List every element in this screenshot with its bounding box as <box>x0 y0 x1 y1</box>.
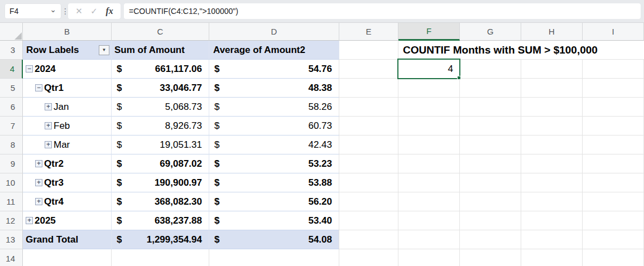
cell-H13[interactable] <box>521 230 583 249</box>
row-header-3[interactable]: 3 <box>0 41 23 60</box>
cell-C5-sum[interactable]: $33,046.77 <box>112 79 209 98</box>
cell-B11-label[interactable]: +Qtr4 <box>23 192 112 211</box>
insert-function-icon[interactable]: fx <box>105 6 113 16</box>
expand-toggle-Qtr3[interactable]: + <box>35 179 42 186</box>
cell-E12[interactable] <box>339 211 398 230</box>
cell-F4[interactable]: 4 <box>398 60 460 79</box>
cell-I13[interactable] <box>583 230 644 249</box>
cancel-icon[interactable]: ✕ <box>75 6 83 16</box>
enter-icon[interactable]: ✓ <box>90 6 98 16</box>
column-header-B[interactable]: B <box>23 23 112 41</box>
cell-E7[interactable] <box>339 117 398 136</box>
cell-G10[interactable] <box>460 173 521 192</box>
cell-B4-label[interactable]: −2024 <box>23 60 112 79</box>
select-all-corner[interactable] <box>0 23 23 41</box>
cell-E13[interactable] <box>339 230 398 249</box>
row-header-13[interactable]: 13 <box>0 230 23 249</box>
cell-C11-sum[interactable]: $368,082.30 <box>112 192 209 211</box>
cell-D13-average[interactable]: $54.08 <box>209 230 339 249</box>
cell-F5[interactable] <box>398 79 460 98</box>
cell-C9-sum[interactable]: $69,087.02 <box>112 154 209 173</box>
cell-F8[interactable] <box>398 136 460 154</box>
chevron-down-icon[interactable]: ⌄ <box>50 7 56 12</box>
collapse-toggle-Qtr1[interactable]: − <box>35 84 42 91</box>
cell-G4[interactable] <box>460 60 521 79</box>
cell-D4-average[interactable]: $54.76 <box>209 60 339 79</box>
row-header-8[interactable]: 8 <box>0 136 23 154</box>
cell-H4[interactable] <box>521 60 583 79</box>
expand-toggle-Feb[interactable]: + <box>45 122 52 129</box>
cell-B6-label[interactable]: +Jan <box>23 98 112 117</box>
cell-F12[interactable] <box>398 211 460 230</box>
cell-E4[interactable] <box>339 60 398 79</box>
cell-H10[interactable] <box>521 173 583 192</box>
cell-B3-row-labels-header[interactable]: Row Labels▼ <box>23 41 112 60</box>
column-header-F[interactable]: F <box>398 23 460 41</box>
cell-G11[interactable] <box>460 192 521 211</box>
row-header-14[interactable]: 14 <box>0 249 23 266</box>
cell-C12-sum[interactable]: $638,237.88 <box>112 211 209 230</box>
cell-G8[interactable] <box>460 136 521 154</box>
cell-D12-average[interactable]: $53.40 <box>209 211 339 230</box>
cell-B9-label[interactable]: +Qtr2 <box>23 154 112 173</box>
cell-I6[interactable] <box>583 98 644 117</box>
column-header-E[interactable]: E <box>339 23 398 41</box>
row-header-11[interactable]: 11 <box>0 192 23 211</box>
cell-D14[interactable] <box>209 249 339 266</box>
cell-D5-average[interactable]: $48.38 <box>209 79 339 98</box>
cell-C6-sum[interactable]: $5,068.73 <box>112 98 209 117</box>
cell-F11[interactable] <box>398 192 460 211</box>
cell-E8[interactable] <box>339 136 398 154</box>
expand-toggle-Qtr4[interactable]: + <box>35 198 42 205</box>
expand-toggle-2025[interactable]: + <box>26 217 33 224</box>
cell-B5-label[interactable]: −Qtr1 <box>23 79 112 98</box>
cell-F14[interactable] <box>398 249 460 266</box>
cell-B12-label[interactable]: +2025 <box>23 211 112 230</box>
expand-toggle-Mar[interactable]: + <box>45 141 52 148</box>
cell-I12[interactable] <box>583 211 644 230</box>
cell-C8-sum[interactable]: $19,051.31 <box>112 136 209 154</box>
cell-I5[interactable] <box>583 79 644 98</box>
row-header-6[interactable]: 6 <box>0 98 23 117</box>
cell-E10[interactable] <box>339 173 398 192</box>
row-header-12[interactable]: 12 <box>0 211 23 230</box>
column-header-C[interactable]: C <box>112 23 209 41</box>
cell-F7[interactable] <box>398 117 460 136</box>
cell-C13-sum[interactable]: $1,299,354.94 <box>112 230 209 249</box>
cell-I8[interactable] <box>583 136 644 154</box>
cell-E5[interactable] <box>339 79 398 98</box>
cell-I14[interactable] <box>583 249 644 266</box>
cell-C4-sum[interactable]: $661,117.06 <box>112 60 209 79</box>
row-header-10[interactable]: 10 <box>0 173 23 192</box>
cell-G13[interactable] <box>460 230 521 249</box>
cell-D11-average[interactable]: $56.20 <box>209 192 339 211</box>
cell-F10[interactable] <box>398 173 460 192</box>
cell-H11[interactable] <box>521 192 583 211</box>
cell-G7[interactable] <box>460 117 521 136</box>
cell-D9-average[interactable]: $53.23 <box>209 154 339 173</box>
cell-E3[interactable] <box>339 41 398 60</box>
collapse-toggle-2024[interactable]: − <box>26 65 33 72</box>
cell-B8-label[interactable]: +Mar <box>23 136 112 154</box>
row-labels-filter-button[interactable]: ▼ <box>99 45 109 55</box>
cell-I9[interactable] <box>583 154 644 173</box>
cell-D10-average[interactable]: $53.88 <box>209 173 339 192</box>
cell-C14[interactable] <box>112 249 209 266</box>
cell-G12[interactable] <box>460 211 521 230</box>
cell-C7-sum[interactable]: $8,926.73 <box>112 117 209 136</box>
name-box[interactable]: F4 ⌄ <box>4 3 61 19</box>
cell-D3-average-header[interactable]: Average of Amount2 <box>209 41 339 60</box>
expand-toggle-Qtr2[interactable]: + <box>35 160 42 167</box>
row-header-4[interactable]: 4 <box>0 60 23 79</box>
cell-G6[interactable] <box>460 98 521 117</box>
cell-E6[interactable] <box>339 98 398 117</box>
row-header-5[interactable]: 5 <box>0 79 23 98</box>
expand-toggle-Jan[interactable]: + <box>45 103 52 110</box>
cell-E11[interactable] <box>339 192 398 211</box>
column-header-G[interactable]: G <box>460 23 521 41</box>
formula-input[interactable]: =COUNTIF(C4:C12,">100000") <box>124 3 641 19</box>
cell-G9[interactable] <box>460 154 521 173</box>
row-header-9[interactable]: 9 <box>0 154 23 173</box>
cell-B13-label[interactable]: Grand Total <box>23 230 112 249</box>
cell-B7-label[interactable]: +Feb <box>23 117 112 136</box>
